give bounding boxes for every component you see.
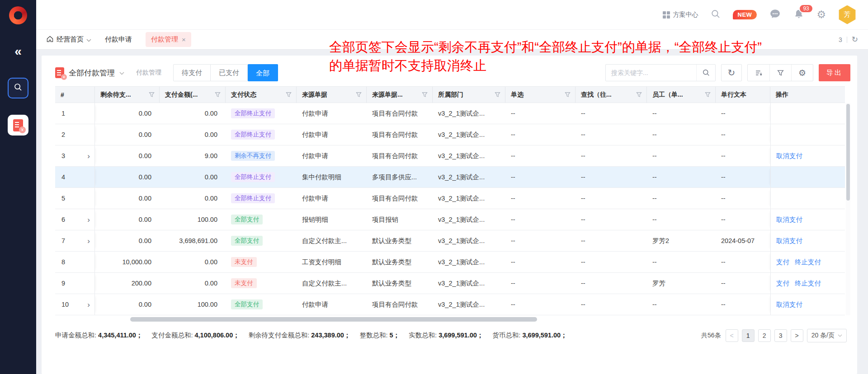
filter-icon[interactable] <box>353 92 362 98</box>
filter-icon[interactable] <box>492 92 500 98</box>
column-header[interactable]: # <box>55 87 95 103</box>
page-button[interactable]: 1 <box>742 329 755 342</box>
tab-payment-manage-label: 付款管理 <box>151 35 178 44</box>
table-row[interactable]: 30.009.00剩余不再支付付款申请项目有合同付款v3_2_1测试企...--… <box>55 145 845 167</box>
search-icon[interactable] <box>696 65 715 81</box>
refresh-icon[interactable] <box>852 36 858 43</box>
export-button[interactable]: 导出 <box>819 64 850 81</box>
action-link[interactable]: 终止支付 <box>795 279 821 288</box>
prev-page-button[interactable]: < <box>726 329 738 342</box>
view-subtitle[interactable]: 付款管理 <box>136 69 161 77</box>
column-header[interactable]: 支付金额(... <box>160 87 226 103</box>
action-link[interactable]: 取消支付 <box>776 237 802 245</box>
column-header[interactable]: 员工（单... <box>647 87 716 103</box>
gear-icon[interactable] <box>816 9 826 20</box>
row-index: 1 <box>61 110 65 117</box>
column-header-label: 单行文本 <box>721 91 746 99</box>
status-cell: 未支付 <box>226 252 297 272</box>
expand-row-icon[interactable] <box>87 301 90 309</box>
page-button[interactable]: 2 <box>758 329 771 342</box>
search-input[interactable] <box>606 69 696 76</box>
segment-button[interactable]: 待支付 <box>173 64 211 81</box>
action-link[interactable]: 取消支付 <box>776 215 802 224</box>
horizontal-scrollbar <box>55 317 850 322</box>
action-link[interactable]: 取消支付 <box>776 152 802 160</box>
table-row[interactable]: 9200.000.00未支付自定义付款主...默认业务类型v3_2_1测试企..… <box>55 273 845 294</box>
column-header[interactable]: 剩余待支... <box>95 87 160 103</box>
source-doc-cell: 自定义付款主... <box>297 230 367 251</box>
amount-cell: 0.00 <box>95 145 160 166</box>
next-page-button[interactable]: > <box>791 329 803 342</box>
table-row[interactable]: 60.00100.00全部支付报销明细项目报销v3_2_1测试企...-----… <box>55 209 845 230</box>
column-header[interactable]: 来源单据... <box>367 87 433 103</box>
close-icon[interactable] <box>182 36 186 43</box>
brand-logo-icon[interactable] <box>9 6 27 24</box>
notifications-button[interactable]: 93 <box>793 9 804 21</box>
horizontal-scrollbar-thumb[interactable] <box>130 317 537 322</box>
action-link[interactable]: 终止支付 <box>795 258 821 266</box>
vertical-scrollbar-thumb[interactable] <box>846 104 850 201</box>
page-size-select[interactable]: 20 条/页 <box>807 329 847 342</box>
filter-icon[interactable] <box>633 92 642 98</box>
table-row[interactable]: 810,000.000.00未支付工资支付明细默认业务类型v3_2_1测试企..… <box>55 252 845 273</box>
expand-row-icon[interactable] <box>87 152 90 160</box>
department-cell: v3_2_1测试企... <box>433 252 505 272</box>
grid-icon <box>663 11 670 19</box>
scheme-center-button[interactable]: 方案中心 <box>663 11 698 19</box>
table-row[interactable]: 10.000.00全部终止支付付款申请项目有合同付款v3_2_1测试企...--… <box>55 103 845 124</box>
table-row[interactable]: 50.000.00全部终止支付付款申请项目有合同付款v3_2_1测试企...--… <box>55 188 845 209</box>
action-link[interactable]: 支付 <box>776 258 789 266</box>
row-index-cell: 3 <box>55 145 95 166</box>
lookup-cell: -- <box>576 188 647 209</box>
filter-icon[interactable] <box>146 92 155 98</box>
view-switcher[interactable]: ¥ 全部付款管理 <box>55 67 124 78</box>
sidebar-collapse-icon[interactable] <box>14 45 22 58</box>
text-cell: -- <box>716 145 770 166</box>
column-header[interactable]: 单行文本 <box>716 87 770 103</box>
search-icon[interactable] <box>711 9 721 21</box>
new-badge[interactable]: NEW <box>733 10 757 19</box>
filter-icon[interactable] <box>212 92 221 98</box>
row-index: 9 <box>61 280 65 287</box>
filter-icon[interactable] <box>562 92 571 98</box>
column-header[interactable]: 查找（往... <box>576 87 647 103</box>
summary-label: 整数总和: <box>359 332 389 339</box>
sidebar-search-button[interactable] <box>8 78 28 98</box>
segment-button[interactable]: 全部 <box>248 64 278 81</box>
tab-payment-request[interactable]: 付款申请 <box>105 35 132 44</box>
summary-value: 243,389.00； <box>311 332 350 339</box>
table-row[interactable]: 20.000.00全部终止支付付款申请项目有合同付款v3_2_1测试企...--… <box>55 124 845 145</box>
actions-cell <box>770 167 845 187</box>
avatar[interactable]: 芳 <box>838 5 856 24</box>
employee-cell: 罗芳 <box>647 273 716 294</box>
table-row[interactable]: 100.00100.00全部支付付款申请项目有合同付款v3_2_1测试企...-… <box>55 294 845 315</box>
refresh-button[interactable] <box>721 64 742 81</box>
tab-payment-manage[interactable]: 付款管理 <box>146 32 191 47</box>
filter-icon[interactable] <box>283 92 292 98</box>
sidebar-item-payment-module[interactable]: ¥ <box>8 115 28 136</box>
department-cell: v3_2_1测试企... <box>433 188 505 209</box>
filter-icon[interactable] <box>419 92 428 98</box>
expand-row-icon[interactable] <box>87 216 90 224</box>
row-index: 10 <box>61 301 69 308</box>
table-row[interactable]: 40.000.00全部终止支付集中付款明细多项目多供应...v3_2_1测试企.… <box>55 167 845 188</box>
column-header[interactable]: 支付状态 <box>226 87 297 103</box>
action-link[interactable]: 支付 <box>776 279 789 288</box>
chat-icon[interactable] <box>769 8 781 22</box>
tab-home[interactable]: 经营首页 <box>46 35 91 44</box>
sort-icon[interactable] <box>748 65 769 81</box>
action-link[interactable]: 取消支付 <box>776 300 802 309</box>
expand-row-icon[interactable] <box>87 237 90 245</box>
gear-icon[interactable] <box>791 65 813 81</box>
source-doc-cell: 工资支付明细 <box>297 252 367 272</box>
source-type-cell: 默认业务类型 <box>367 252 433 272</box>
filter-icon[interactable] <box>769 65 791 81</box>
column-header[interactable]: 操作 <box>770 87 845 103</box>
segment-button[interactable]: 已支付 <box>211 64 248 81</box>
column-header[interactable]: 来源单据 <box>297 87 367 103</box>
table-row[interactable]: 70.003,698,691.00全部支付自定义付款主...默认业务类型v3_2… <box>55 230 845 252</box>
page-button[interactable]: 3 <box>774 329 787 342</box>
column-header[interactable]: 单选 <box>505 87 576 103</box>
column-header[interactable]: 所属部门 <box>433 87 505 103</box>
filter-icon[interactable] <box>702 92 711 98</box>
